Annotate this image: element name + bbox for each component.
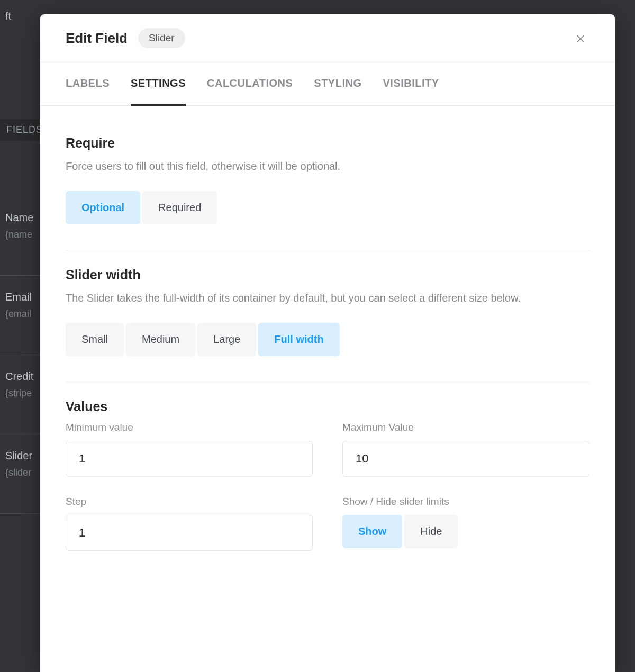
tab-calculations[interactable]: CALCULATIONS — [207, 62, 293, 106]
max-value-label: Maximum Value — [342, 422, 589, 433]
limits-toggle-group: Show Hide — [342, 515, 460, 548]
step-field: Step — [66, 496, 313, 551]
values-heading: Values — [66, 399, 589, 414]
require-desc: Force users to fill out this field, othe… — [66, 158, 589, 174]
width-small-button[interactable]: Small — [66, 323, 124, 356]
width-toggle-group: Small Medium Large Full width — [66, 323, 342, 356]
modal-body: Require Force users to fill out this fie… — [40, 106, 615, 672]
limits-show-button[interactable]: Show — [342, 515, 402, 548]
max-value-field: Maximum Value — [342, 422, 589, 477]
step-input[interactable] — [66, 515, 313, 551]
tab-visibility[interactable]: VISIBILITY — [383, 62, 439, 106]
edit-field-modal: Edit Field Slider LABELS SETTINGS CALCUL… — [40, 14, 615, 672]
min-value-field: Minimum value — [66, 422, 313, 477]
require-heading: Require — [66, 135, 589, 151]
tab-styling[interactable]: STYLING — [314, 62, 361, 106]
width-full-button[interactable]: Full width — [258, 323, 339, 356]
values-grid: Minimum value Maximum Value Step Show / … — [66, 422, 589, 551]
field-type-chip: Slider — [138, 28, 185, 48]
limits-hide-button[interactable]: Hide — [404, 515, 458, 548]
width-heading: Slider width — [66, 267, 589, 283]
width-desc: The Slider takes the full-width of its c… — [66, 290, 589, 306]
tab-settings[interactable]: SETTINGS — [131, 62, 186, 106]
min-value-label: Minimum value — [66, 422, 313, 433]
max-value-input[interactable] — [342, 441, 589, 477]
modal-header: Edit Field Slider — [40, 14, 615, 62]
bg-draft-label: ft — [5, 10, 11, 22]
require-optional-button[interactable]: Optional — [66, 191, 140, 224]
slider-width-section: Slider width The Slider takes the full-w… — [66, 250, 589, 382]
close-icon — [575, 32, 586, 44]
limits-field: Show / Hide slider limits Show Hide — [342, 496, 589, 551]
width-medium-button[interactable]: Medium — [126, 323, 195, 356]
limits-label: Show / Hide slider limits — [342, 496, 589, 507]
require-section: Require Force users to fill out this fie… — [66, 127, 589, 250]
modal-title: Edit Field — [66, 30, 128, 47]
close-button[interactable] — [572, 29, 589, 47]
min-value-input[interactable] — [66, 441, 313, 477]
require-required-button[interactable]: Required — [142, 191, 217, 224]
tab-labels[interactable]: LABELS — [66, 62, 110, 106]
require-toggle-group: Optional Required — [66, 191, 219, 224]
step-label: Step — [66, 496, 313, 507]
modal-tabs: LABELS SETTINGS CALCULATIONS STYLING VIS… — [40, 62, 615, 106]
width-large-button[interactable]: Large — [197, 323, 256, 356]
values-section: Values Minimum value Maximum Value Step … — [66, 382, 589, 551]
modal-header-left: Edit Field Slider — [66, 28, 185, 48]
